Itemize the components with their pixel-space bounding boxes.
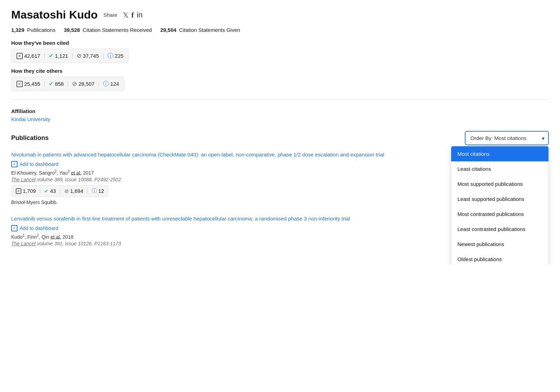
check-icon-pub1: ✔ (44, 188, 49, 194)
pub1-dash-value: 1,694 (70, 188, 84, 194)
pub1-badge-dash: ⊘ 1,694 (64, 188, 84, 194)
dashboard-icon-1: ≡ (11, 161, 18, 167)
dashboard-icon-2: ≡ (11, 225, 18, 231)
social-icons: 𝕏 f in (123, 10, 142, 20)
order-by-select[interactable]: Order By: Most citations (465, 131, 549, 145)
affiliation-label: Affiliation (11, 108, 549, 114)
circle-dash-icon-pub1: ⊘ (64, 188, 69, 194)
cited-badge-check: ✔ 1,121 (49, 52, 68, 59)
order-by-dropdown-wrapper[interactable]: Order By: Most citations ▾ Most citation… (465, 131, 549, 145)
affiliation-section: Affiliation Kindai University (11, 108, 549, 122)
dropdown-option-least-supported[interactable]: Least supported publications (451, 191, 548, 206)
dropdown-option-least-citations[interactable]: Least citations (451, 161, 548, 176)
publications-label: Publications (27, 27, 56, 33)
author-header: Masatoshi Kudo Share 𝕏 f in (11, 8, 549, 21)
cited-total-value: 42,617 (24, 53, 40, 59)
linkedin-icon[interactable]: in (136, 10, 142, 20)
cited-badge-question: ⓘ 225 (107, 52, 124, 60)
dropdown-option-newest[interactable]: Newest publications (451, 237, 548, 252)
cited-section: How they've been cited ≡ 42,617 | ✔ 1,12… (11, 40, 549, 63)
question-icon: ⓘ (107, 52, 113, 60)
cite-others-badges: ≡ 25,455 | ✔ 858 | ⊘ 28,507 | ⓘ 124 (11, 77, 124, 91)
cited-check-value: 1,121 (55, 53, 68, 59)
stats-row: 1,329 Publications 39,528 Citation State… (11, 27, 549, 33)
pub1-question-value: 12 (98, 188, 104, 194)
pub1-badge-question: ⓘ 12 (92, 188, 104, 194)
add-dashboard-label-1: Add to dashboard (20, 161, 58, 167)
dropdown-option-most-contrasted[interactable]: Most contrasted publications (451, 206, 548, 222)
cite-others-check-value: 858 (55, 81, 64, 87)
dropdown-option-least-contrasted[interactable]: Least contrasted publications (451, 222, 548, 237)
order-by-dropdown-menu: Most citations Least citations Most supp… (451, 146, 549, 265)
question-icon-2: ⓘ (103, 80, 109, 88)
affiliation-link[interactable]: Kindai University (11, 116, 50, 122)
cite-others-badge-total: ≡ 25,455 (16, 81, 40, 87)
cited-dash-value: 37,745 (83, 53, 99, 59)
cited-badge-dash: ⊘ 37,745 (77, 52, 99, 59)
add-dashboard-label-2: Add to dashboard (20, 225, 58, 231)
circle-dash-icon-2: ⊘ (72, 80, 77, 88)
check-icon-2: ✔ (49, 80, 54, 88)
cited-question-value: 225 (115, 53, 124, 59)
check-icon: ✔ (49, 52, 54, 59)
dropdown-option-oldest[interactable]: Oldest publications (451, 252, 548, 265)
twitter-icon[interactable]: 𝕏 (123, 11, 128, 19)
author-name: Masatoshi Kudo (11, 8, 98, 21)
cite-others-badge-check: ✔ 858 (49, 80, 64, 88)
circle-dash-icon: ⊘ (77, 52, 82, 59)
pub1-check-value: 43 (50, 188, 56, 194)
publications-header: Publications Order By: Most citations ▾ … (11, 131, 549, 145)
publications-title: Publications (11, 134, 49, 142)
dropdown-option-most-supported[interactable]: Most supported publications (451, 176, 548, 191)
cite-others-title: How they cite others (11, 68, 549, 74)
cite-others-badge-question: ⓘ 124 (103, 80, 119, 88)
cite-others-dash-value: 28,507 (78, 81, 94, 87)
facebook-icon[interactable]: f (131, 10, 134, 20)
section-divider (11, 99, 549, 100)
cited-badges: ≡ 42,617 | ✔ 1,121 | ⊘ 37,745 | ⓘ 225 (11, 49, 129, 63)
cite-others-section: How they cite others ≡ 25,455 | ✔ 858 | … (11, 68, 549, 91)
cited-section-title: How they've been cited (11, 40, 549, 46)
cited-badge-total: ≡ 42,617 (16, 53, 40, 59)
pub1-badge-total: ≡ 1,709 (16, 188, 36, 194)
citations-received-label: Citation Statements Received (83, 27, 152, 33)
cite-others-total-value: 25,455 (24, 81, 40, 87)
citations-given-count: 29,504 (160, 27, 176, 33)
pub1-total-value: 1,709 (23, 188, 36, 194)
dropdown-option-most-citations[interactable]: Most citations (451, 146, 548, 161)
question-icon-pub1: ⓘ (92, 188, 97, 194)
pub-stats-1: ≡ 1,709 | ✔ 43 | ⊘ 1,694 | ⓘ 12 (11, 185, 108, 197)
publications-count: 1,329 (11, 27, 24, 33)
share-label: Share (103, 12, 117, 18)
pub1-badge-check: ✔ 43 (44, 188, 56, 194)
list-icon: ≡ (16, 53, 23, 59)
list-icon-2: ≡ (16, 81, 23, 87)
cite-others-badge-dash: ⊘ 28,507 (72, 80, 94, 88)
citations-given-label: Citation Statements Given (179, 27, 240, 33)
cite-others-question-value: 124 (110, 81, 119, 87)
list-icon-pub1: ≡ (16, 188, 21, 194)
citations-received-count: 39,528 (64, 27, 80, 33)
